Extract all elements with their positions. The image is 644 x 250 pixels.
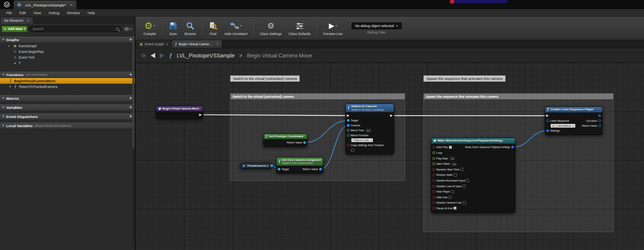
exec-pin[interactable]: ▶ bbox=[390, 114, 393, 117]
find-button[interactable]: Find bbox=[205, 18, 221, 39]
bool-pin[interactable] bbox=[347, 144, 350, 146]
bookmark-star-icon[interactable]: ☆ bbox=[141, 53, 146, 59]
menu-item-view[interactable]: View bbox=[30, 9, 45, 17]
class-settings-button[interactable]: ⚙Class Settings bbox=[256, 18, 285, 39]
checkbox[interactable] bbox=[351, 149, 354, 152]
checkbox[interactable] bbox=[463, 185, 466, 188]
checkbox[interactable] bbox=[460, 168, 463, 171]
section-header-event-dispatchers[interactable]: ▾Event Dispatchers+ bbox=[0, 113, 135, 120]
comment-header[interactable]: Switch to the virtual (untracked) camera bbox=[231, 94, 405, 99]
object-pin[interactable] bbox=[347, 119, 350, 122]
object-pin[interactable] bbox=[303, 141, 306, 144]
chevron-down-icon[interactable]: ▾ bbox=[240, 24, 242, 27]
expand-arrow-icon[interactable]: ▾ bbox=[3, 115, 4, 118]
section-add-button[interactable]: + bbox=[129, 105, 132, 110]
hide-unrelated-button[interactable]: ▾Hide Unrelated bbox=[221, 18, 251, 39]
bool-pin[interactable] bbox=[433, 207, 435, 210]
section-add-button[interactable]: + bbox=[129, 37, 132, 42]
sidebar-item-t[interactable]: ◈T bbox=[0, 60, 135, 66]
exec-pin[interactable]: ▶ bbox=[347, 114, 349, 117]
compile-button[interactable]: ⚙▾Compile bbox=[140, 18, 159, 39]
expand-arrow-icon[interactable]: ▾ bbox=[3, 106, 4, 109]
dropdown-select[interactable]: LS_CameraMove▾ bbox=[550, 124, 576, 128]
sidebar-item-eventgraph[interactable]: ▾▦EventGraph bbox=[0, 43, 135, 49]
chevron-down-icon[interactable]: ▾ bbox=[336, 24, 337, 27]
struct-pin[interactable] bbox=[546, 129, 549, 132]
section-header-macros[interactable]: ▾Macros+ bbox=[0, 95, 135, 102]
checkbox[interactable] bbox=[451, 190, 454, 193]
menu-item-file[interactable]: File bbox=[2, 9, 16, 17]
graph-canvas[interactable]: Switch to the virtual (untracked) camera… bbox=[135, 63, 644, 250]
struct-pin[interactable] bbox=[511, 146, 514, 148]
bool-pin[interactable] bbox=[433, 174, 435, 176]
float-pin[interactable] bbox=[347, 129, 350, 132]
preview-live-button[interactable]: ▶▾Preview Live bbox=[320, 18, 346, 39]
bool-pin[interactable] bbox=[433, 179, 435, 182]
bool-pin[interactable] bbox=[433, 185, 435, 188]
node-makesettings[interactable]: ◈Make MovieSceneSequencePlaybackSettings… bbox=[431, 138, 515, 213]
object-pin[interactable] bbox=[278, 168, 280, 170]
breadcrumb-graph[interactable]: Begin Virtual Camera Move bbox=[247, 53, 312, 59]
breadcrumb-asset[interactable]: LVL_PixotopeVSSample bbox=[177, 53, 235, 59]
add-new-button[interactable]: + Add New ▾ bbox=[2, 26, 27, 32]
object-pin[interactable] bbox=[270, 164, 273, 167]
bool-pin[interactable] bbox=[433, 190, 435, 193]
expand-arrow-icon[interactable]: ▾ bbox=[3, 73, 4, 76]
expand-arrow-icon[interactable]: ▾ bbox=[3, 38, 4, 41]
sidebar-item-event-tick[interactable]: ◇Event Tick bbox=[0, 54, 135, 60]
node-getpixo[interactable]: ƒGet Pixotope CoordinatorReturn Value bbox=[263, 134, 307, 147]
search-field[interactable] bbox=[32, 27, 114, 31]
value-input[interactable]: 1.0 bbox=[449, 156, 455, 160]
value-input[interactable]: 0.0 bbox=[365, 129, 372, 132]
section-header-local-variables[interactable]: ▾Local Variables(BeginVirtualCameraMove) bbox=[0, 122, 135, 129]
node-switch[interactable]: ƒSwitch to CameraTarget is Pixotope Coor… bbox=[345, 104, 394, 154]
section-header-variables[interactable]: ▾Variables+ bbox=[0, 104, 135, 111]
checkbox[interactable]: ✓ bbox=[453, 207, 456, 210]
float-pin[interactable] bbox=[433, 157, 435, 160]
search-input[interactable] bbox=[29, 26, 122, 32]
close-icon[interactable]: × bbox=[166, 42, 168, 46]
checkbox[interactable] bbox=[463, 201, 466, 204]
enum-pin[interactable] bbox=[347, 134, 350, 137]
back-button[interactable] bbox=[151, 53, 155, 58]
sidebar-scrollbar[interactable] bbox=[132, 40, 134, 248]
node-createplayer[interactable]: ƒCreate Level Sequence Player▶▷Level Seq… bbox=[545, 107, 603, 135]
float-pin[interactable] bbox=[433, 162, 435, 165]
section-header-graphs[interactable]: ▾Graphs+ bbox=[0, 36, 135, 43]
sidebar-item-event-beginplay[interactable]: ◇Event BeginPlay bbox=[0, 49, 135, 54]
menu-item-edit[interactable]: Edit bbox=[16, 9, 29, 17]
expand-arrow-icon[interactable]: ▾ bbox=[3, 97, 4, 100]
sidebar-item-returntotrackedcamera[interactable]: ★ƒReturnToTrackedCamera bbox=[0, 84, 135, 89]
checkbox[interactable]: ✓ bbox=[449, 146, 452, 149]
object-pin[interactable] bbox=[319, 168, 322, 170]
section-header-functions[interactable]: ▾Functions(18 Overridable)+ bbox=[0, 71, 135, 78]
object-pin[interactable] bbox=[546, 119, 549, 122]
sidebar-item-beginvirtualcameramove[interactable]: ƒBeginVirtualCameraMove bbox=[0, 78, 135, 84]
section-add-button[interactable]: + bbox=[129, 96, 132, 100]
graph-tab-begin-virtual-camera-move[interactable]: ƒBegin Virtual Camera Move× bbox=[172, 40, 222, 48]
forward-button[interactable] bbox=[160, 53, 164, 58]
bool-pin[interactable] bbox=[433, 196, 435, 199]
object-pin[interactable] bbox=[598, 124, 601, 127]
exec-pin[interactable]: ▶ bbox=[546, 114, 549, 117]
close-icon[interactable]: × bbox=[70, 3, 73, 7]
debug-object-select[interactable]: No debug object selected ▾ bbox=[351, 22, 402, 29]
exec-pin[interactable]: ▶ bbox=[199, 113, 202, 116]
node-begin[interactable]: ◆Begin Virtual Camera Move▶ bbox=[156, 106, 203, 119]
bool-pin[interactable] bbox=[433, 146, 435, 148]
expand-arrow-icon[interactable]: ▾ bbox=[8, 45, 11, 47]
save-button[interactable]: Save bbox=[165, 18, 181, 39]
menu-item-window[interactable]: Window bbox=[63, 9, 84, 17]
dropdown-select[interactable]: VTBlend Cubic▾ bbox=[351, 138, 373, 142]
checkbox[interactable] bbox=[448, 196, 452, 199]
bool-pin[interactable] bbox=[433, 201, 435, 204]
bool-pin[interactable] bbox=[433, 168, 435, 171]
close-icon[interactable]: × bbox=[216, 42, 219, 46]
checkbox[interactable] bbox=[466, 179, 469, 182]
menu-item-debug[interactable]: Debug bbox=[45, 9, 63, 17]
my-blueprint-tab[interactable]: My Blueprint × bbox=[1, 17, 33, 24]
section-add-button[interactable]: + bbox=[129, 72, 132, 77]
object-pin[interactable] bbox=[598, 119, 601, 122]
view-options-button[interactable]: ▾ bbox=[123, 27, 133, 31]
value-input[interactable]: 0.0 bbox=[451, 162, 457, 166]
